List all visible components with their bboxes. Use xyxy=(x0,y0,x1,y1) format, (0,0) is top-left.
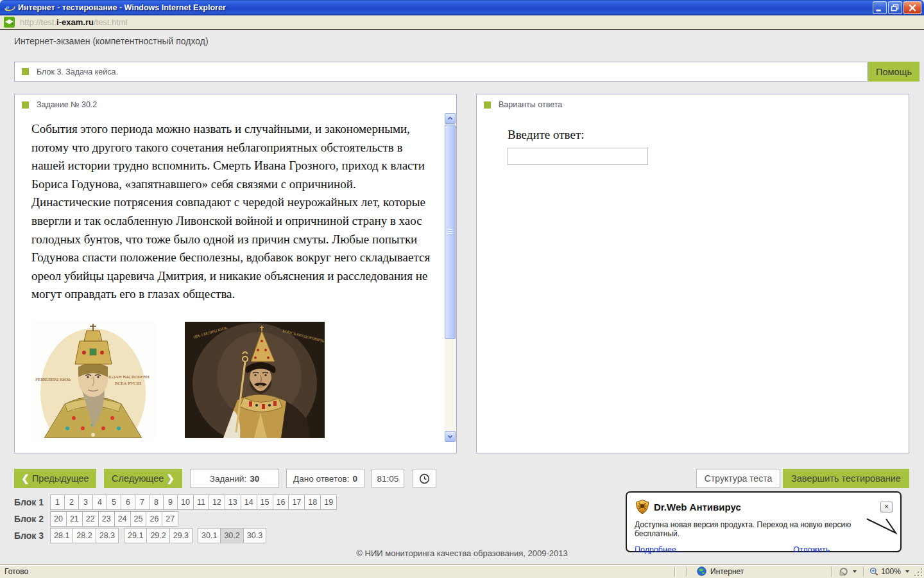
chevron-right-icon: ❯ xyxy=(166,473,175,484)
question-button-10[interactable]: 10 xyxy=(177,495,194,510)
question-button-28.2[interactable]: 28.2 xyxy=(73,528,96,543)
dropdown-caret-icon xyxy=(905,570,909,573)
question-button-2[interactable]: 2 xyxy=(64,495,79,510)
question-button-6[interactable]: 6 xyxy=(121,495,135,510)
question-button-7[interactable]: 7 xyxy=(135,495,150,510)
portrait-boris-godunov: ЦРЬ І ВЕЛИКІ КНЗЬ БОРІСЪ ѲЕОДОРОВИЧЬ xyxy=(185,322,325,438)
title-bar: e Интернет - тестирование - Windows Inte… xyxy=(0,0,924,15)
help-button[interactable]: Помощь xyxy=(868,62,920,82)
svg-text:e: e xyxy=(5,3,10,13)
question-button-24[interactable]: 24 xyxy=(114,511,131,527)
magnifier-icon xyxy=(869,567,878,576)
question-button-4[interactable]: 4 xyxy=(92,495,107,510)
answers-counter: Дано ответов:0 xyxy=(286,469,364,488)
question-button-30.3[interactable]: 30.3 xyxy=(243,528,266,543)
ie-window: e Интернет - тестирование - Windows Inte… xyxy=(0,0,924,578)
drweb-details-link[interactable]: Подробнее... xyxy=(635,545,683,554)
question-button-1[interactable]: 1 xyxy=(50,495,65,510)
timer-display: 81:05 xyxy=(372,469,404,488)
block-label: Блок 1 xyxy=(14,495,50,510)
question-button-13[interactable]: 13 xyxy=(225,495,241,510)
status-text: Готово xyxy=(0,567,674,576)
question-button-19[interactable]: 19 xyxy=(320,495,337,510)
answer-input[interactable] xyxy=(508,148,648,165)
question-button-21[interactable]: 21 xyxy=(66,511,83,527)
answer-title: Варианты ответа xyxy=(499,100,562,109)
question-button-11[interactable]: 11 xyxy=(193,495,209,510)
question-button-5[interactable]: 5 xyxy=(107,495,121,510)
drweb-notification: Dr.Web Антивирус × Доступна новая версия… xyxy=(626,491,902,552)
url-text[interactable]: http://test.i-exam.ru/test.html xyxy=(20,17,128,27)
green-bullet-icon xyxy=(22,101,29,109)
question-button-15[interactable]: 15 xyxy=(257,495,273,510)
clock-icon xyxy=(419,473,430,484)
drweb-shield-icon xyxy=(635,499,650,514)
question-button-27[interactable]: 27 xyxy=(162,511,178,527)
test-structure-button[interactable]: Структура теста xyxy=(696,469,780,488)
svg-text:ІѠАН ВАСИЛЬЕВИ: ІѠАН ВАСИЛЬЕВИ xyxy=(108,374,150,380)
previous-button[interactable]: ❮ Предыдущее xyxy=(14,469,96,488)
ie-logo-icon: e xyxy=(4,2,15,13)
question-button-3[interactable]: 3 xyxy=(78,495,93,510)
task-panel: Задание № 30.2 События этого периода мож… xyxy=(14,94,457,453)
window-title: Интернет - тестирование - Windows Intern… xyxy=(18,3,226,12)
block-header-bar: Блок 3. Задача кейса. xyxy=(14,62,868,82)
address-bar: http://test.i-exam.ru/test.html xyxy=(0,15,924,30)
task-scrollbar[interactable] xyxy=(445,113,456,442)
svg-text:РЕІВЕЛИКІ КНЗЬ: РЕІВЕЛИКІ КНЗЬ xyxy=(35,377,71,382)
question-button-23[interactable]: 23 xyxy=(98,511,115,527)
question-button-29.3[interactable]: 29.3 xyxy=(169,528,193,543)
question-button-28.3[interactable]: 28.3 xyxy=(96,528,119,543)
site-favicon-icon xyxy=(4,17,15,28)
page-title: Интернет-экзамен (компетентностный подхо… xyxy=(14,36,209,46)
chevron-left-icon: ❮ xyxy=(21,473,30,484)
question-button-16[interactable]: 16 xyxy=(273,495,289,510)
question-button-18[interactable]: 18 xyxy=(304,495,321,510)
svg-text:ВСЕА РУСІИ: ВСЕА РУСІИ xyxy=(115,381,141,386)
question-button-9[interactable]: 9 xyxy=(163,495,178,510)
block-label: Блок 2 xyxy=(14,511,50,527)
minimize-button[interactable] xyxy=(873,1,887,14)
question-button-12[interactable]: 12 xyxy=(209,495,225,510)
finish-test-button[interactable]: Завершить тестирование xyxy=(783,469,909,488)
block-row-1: Блок 112345678910111213141516171819 xyxy=(14,495,342,510)
question-blocks: Блок 112345678910111213141516171819Блок … xyxy=(14,495,342,545)
drweb-title: Dr.Web Антивирус xyxy=(654,502,741,512)
scroll-down-icon[interactable] xyxy=(445,431,456,442)
drweb-postpone-link[interactable]: Отложить xyxy=(793,545,830,554)
question-button-29.1[interactable]: 29.1 xyxy=(124,528,147,543)
answer-prompt: Введите ответ: xyxy=(508,128,584,142)
question-button-14[interactable]: 14 xyxy=(241,495,257,510)
green-bullet-icon xyxy=(22,68,29,75)
question-button-30.2[interactable]: 30.2 xyxy=(220,528,243,543)
question-button-29.2[interactable]: 29.2 xyxy=(146,528,169,543)
question-button-20[interactable]: 20 xyxy=(50,511,67,527)
question-button-28.1[interactable]: 28.1 xyxy=(50,528,73,543)
block-row-2: Блок 22021222324252627 xyxy=(14,511,342,527)
close-button[interactable] xyxy=(903,1,921,14)
tasks-counter: Заданий:30 xyxy=(190,469,279,488)
question-button-26[interactable]: 26 xyxy=(146,511,162,527)
question-button-17[interactable]: 17 xyxy=(288,495,305,510)
security-report-control[interactable] xyxy=(833,567,862,576)
question-button-25[interactable]: 25 xyxy=(130,511,147,527)
zoom-level: 100% xyxy=(881,567,901,576)
security-zone: Интернет xyxy=(688,566,830,576)
zoom-control[interactable]: 100% xyxy=(865,567,914,576)
drweb-close-icon[interactable]: × xyxy=(880,502,893,512)
dropdown-caret-icon xyxy=(853,570,857,573)
question-button-22[interactable]: 22 xyxy=(82,511,99,527)
restore-button[interactable] xyxy=(888,1,902,14)
scrollbar-thumb[interactable] xyxy=(445,125,456,339)
block-title: Блок 3. Задача кейса. xyxy=(37,67,118,76)
clock-toggle[interactable] xyxy=(413,469,436,488)
scroll-up-icon[interactable] xyxy=(445,113,456,124)
task-title: Задание № 30.2 xyxy=(37,100,97,109)
resize-grip[interactable] xyxy=(914,565,924,578)
page-content: Интернет-экзамен (компетентностный подхо… xyxy=(0,31,924,564)
status-bar: Готово Интернет xyxy=(0,564,924,578)
question-button-8[interactable]: 8 xyxy=(149,495,164,510)
question-button-30.1[interactable]: 30.1 xyxy=(198,528,221,543)
drweb-balloon-tail xyxy=(863,518,900,535)
next-button[interactable]: Следующее ❯ xyxy=(104,469,182,488)
